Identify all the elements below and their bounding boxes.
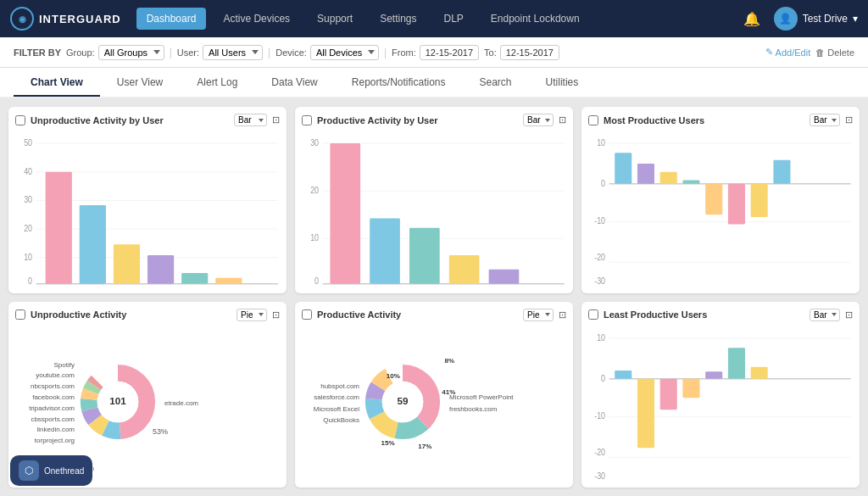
pie-label-tripadvisor: tripadvisor.com [15,404,75,415]
add-edit-button[interactable]: ✎ Add/Edit [765,47,811,58]
svg-text:40: 40 [24,166,32,176]
device-filter: Device: All Devices [275,45,379,60]
pie-label-cbs: cbssports.com [15,415,75,426]
chart-type-unproductive-by-user[interactable]: BarPieLine [234,114,267,126]
pie-labels-right-unproductive: etrade.com [161,396,198,411]
chart-checkbox-productive-activity[interactable] [302,309,312,320]
user-filter-select[interactable]: All Users [203,45,263,60]
pie-label-facebook: facebook.com [15,393,75,404]
tab-chart-view[interactable]: Chart View [14,70,100,95]
svg-rect-45 [728,184,745,225]
chart-body-most-productive: 10 0 -10 -20 -30 [588,131,853,287]
nav-settings[interactable]: Settings [370,8,426,30]
svg-rect-43 [682,181,699,184]
svg-text:10: 10 [597,137,605,148]
chart-expand-icon-3[interactable]: ⊡ [845,114,853,125]
svg-text:10: 10 [597,332,605,342]
chart-title-unproductive-activity: Unproductive Activity [31,309,231,320]
svg-text:0: 0 [28,276,32,286]
svg-rect-79 [751,366,768,378]
chart-most-productive: Most Productive Users BarPie ⊡ 10 0 -10 … [581,107,860,293]
pie-label-spotify: Spotify [15,360,75,371]
chart-checkbox-least-productive[interactable] [588,309,598,320]
chart-type-most-productive[interactable]: BarPie [810,114,840,126]
nav-endpoint-lockdown[interactable]: Endpoint Lockdown [481,8,590,30]
notification-bell-icon[interactable]: 🔔 [737,11,767,27]
tab-alert-log[interactable]: Alert Log [180,70,254,95]
svg-rect-41 [637,164,654,184]
logo-text: INTERGUARD [39,13,121,25]
user-menu[interactable]: 👤 Test Drive ▾ [774,7,858,31]
svg-rect-42 [660,172,677,184]
svg-rect-40 [615,153,632,184]
chart-expand-icon-5[interactable]: ⊡ [559,309,566,320]
add-edit-icon: ✎ [765,47,773,58]
chart-productive-activity: Productive Activity PieBar ⊡ hubspot.com… [295,302,573,488]
chart-type-productive-activity[interactable]: PieBar [523,309,554,321]
chart-body-least-productive: 10 0 -10 -20 -30 [588,326,853,482]
svg-text:-20: -20 [594,446,605,456]
svg-rect-17 [215,278,242,284]
tab-user-view[interactable]: User View [100,70,180,95]
chart-productive-by-user: Productive Activity by User BarPie ⊡ 30 … [295,107,573,293]
chart-unproductive-by-user: Unproductive Activity by User BarPieLine… [8,107,287,293]
tab-search[interactable]: Search [463,70,529,95]
chart-title-productive-activity: Productive Activity [317,309,518,320]
svg-text:-30: -30 [594,276,605,286]
chart-checkbox-most-productive[interactable] [588,115,598,125]
pie-label-torproject: torproject.org [15,436,75,447]
chart-header-productive-activity: Productive Activity PieBar ⊡ [302,309,566,321]
svg-rect-28 [409,228,440,284]
chart-checkbox-unproductive-activity[interactable] [15,309,25,320]
user-name: Test Drive [803,13,848,25]
pie-labels-right-productive: Microsoft PowerPoint freshbooks.com [446,392,514,415]
pie-label-linkedin: linkedin.com [15,425,75,436]
pie-label-quickbooks: QuickBooks [302,415,359,426]
nav-dashboard[interactable]: Dashboard [136,8,207,30]
chart-type-least-productive[interactable]: BarPie [810,309,840,321]
group-filter-select[interactable]: All Groups [98,45,164,60]
device-filter-label: Device: [275,47,307,58]
chart-expand-icon-6[interactable]: ⊡ [845,309,853,320]
tab-data-view[interactable]: Data View [254,70,334,95]
tab-reports[interactable]: Reports/Notifications [335,70,463,95]
nav-support[interactable]: Support [307,8,363,30]
svg-rect-46 [751,184,768,217]
filter-by-label: FILTER BY [14,47,61,58]
chart-least-productive: Least Productive Users BarPie ⊡ 10 0 -10… [581,302,860,488]
svg-rect-75 [660,378,677,410]
chart-header-unproductive-activity: Unproductive Activity PieBar ⊡ [15,309,280,321]
to-date[interactable]: 12-15-2017 [500,45,559,60]
chart-checkbox-unproductive-by-user[interactable] [15,115,25,125]
svg-rect-26 [330,143,360,284]
chart-expand-icon-4[interactable]: ⊡ [272,309,280,320]
svg-rect-77 [705,371,722,378]
top-nav: ◉ INTERGUARD Dashboard Active Devices Su… [0,0,868,37]
tab-utilities[interactable]: Utilities [529,70,596,95]
chart-type-productive-by-user[interactable]: BarPie [523,114,554,126]
group-filter: Group: All Groups [66,45,164,60]
pie-label-nbc: nbcsports.com [15,382,75,393]
svg-text:30: 30 [310,137,319,148]
svg-text:10: 10 [310,232,319,242]
pie-label-salesforce: salesforce.com [302,392,359,404]
nav-active-devices[interactable]: Active Devices [213,8,300,30]
pie-label-freshbooks: freshbooks.com [449,404,514,415]
from-date[interactable]: 12-15-2017 [420,45,479,60]
pie-label-powerpoint: Microsoft PowerPoint [449,392,514,404]
pie-label-etrade: etrade.com [164,396,198,411]
device-filter-select[interactable]: All Devices [310,45,379,60]
chart-type-unproductive-activity[interactable]: PieBar [236,309,267,321]
nav-dlp[interactable]: DLP [433,8,473,30]
chart-expand-icon-2[interactable]: ⊡ [559,114,566,125]
svg-text:-10: -10 [594,410,605,421]
group-filter-label: Group: [66,47,95,58]
chart-checkbox-productive-by-user[interactable] [302,115,312,125]
delete-button[interactable]: 🗑 Delete [815,47,854,58]
svg-text:30: 30 [24,194,32,204]
chart-expand-icon[interactable]: ⊡ [272,114,280,125]
pie-pct-10: 10% [387,372,400,380]
pie-label-youtube: youtube.com [15,371,75,382]
onethread-badge[interactable]: ⬡ Onethread [10,455,92,486]
pie-pct-41: 41% [442,388,455,396]
